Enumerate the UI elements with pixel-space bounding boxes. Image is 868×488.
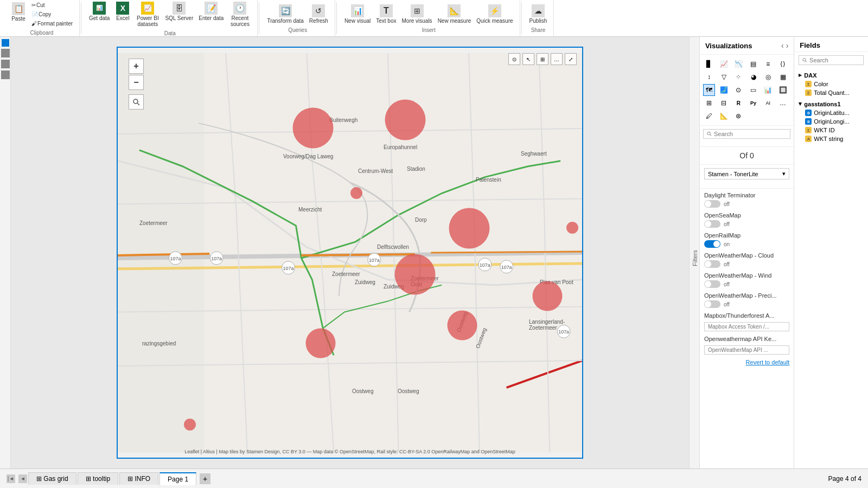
- owm-preci-toggle[interactable]: [704, 300, 720, 308]
- map-marker-3[interactable]: [350, 187, 362, 199]
- recent-sources-button[interactable]: 🕐 Recent sources: [227, 1, 253, 28]
- mapbox-api-input[interactable]: [704, 322, 789, 331]
- viz-area-chart[interactable]: 📉: [732, 58, 744, 70]
- text-box-button[interactable]: T Text box: [374, 3, 398, 25]
- tab-gas-grid[interactable]: ⊞ Gas grid: [28, 472, 76, 485]
- map-cursor-button[interactable]: ↖: [522, 53, 534, 65]
- viz-python[interactable]: Py: [748, 97, 760, 109]
- map-marker-1[interactable]: [293, 108, 334, 149]
- sidebar-pages-icon[interactable]: [2, 39, 9, 47]
- viz-forward-button[interactable]: ›: [786, 41, 789, 50]
- map-focus-button[interactable]: ⊙: [508, 53, 520, 65]
- owm-api-input[interactable]: [704, 345, 789, 355]
- tab-tooltip[interactable]: ⊞ tooltip: [78, 472, 118, 485]
- zoom-in-button[interactable]: +: [129, 59, 144, 74]
- viz-table[interactable]: ⊞: [703, 97, 715, 109]
- viz-analytics[interactable]: 📐: [718, 110, 730, 122]
- map-more-button[interactable]: …: [551, 53, 563, 65]
- add-tab-button[interactable]: +: [200, 473, 210, 484]
- field-item-wkt-id[interactable]: Σ WKT ID: [796, 126, 866, 134]
- viz-card[interactable]: ▭: [748, 84, 760, 96]
- copy-button[interactable]: 📄 Copy: [29, 10, 75, 18]
- map-expand-button[interactable]: ⤢: [565, 53, 577, 65]
- filters-label[interactable]: Filters: [691, 246, 699, 271]
- viz-donut[interactable]: ◎: [762, 71, 774, 83]
- viz-scatter[interactable]: ⁘: [732, 71, 744, 83]
- fields-search-box[interactable]: [799, 55, 864, 65]
- page-prev-first-button[interactable]: |◄: [7, 474, 15, 483]
- field-item-originlongi[interactable]: ⊕ OriginLongi...: [796, 117, 866, 126]
- map-marker-5[interactable]: [566, 222, 578, 234]
- viz-100pct-bar[interactable]: ≡: [762, 58, 774, 70]
- field-item-originlatitu[interactable]: ⊕ OriginLatitu...: [796, 108, 866, 117]
- tab-page1[interactable]: Page 1: [159, 472, 196, 485]
- viz-treemap[interactable]: ▦: [777, 71, 789, 83]
- opensea-toggle[interactable]: [704, 220, 720, 228]
- viz-waterfall[interactable]: ↕: [703, 71, 715, 83]
- map-filter-button[interactable]: ⊞: [537, 53, 548, 65]
- viz-more[interactable]: …: [777, 97, 789, 109]
- viz-back-button[interactable]: ‹: [781, 41, 784, 50]
- tab-info[interactable]: ⊞ INFO: [119, 472, 158, 485]
- viz-pie[interactable]: ◕: [748, 71, 760, 83]
- viz-r-visual[interactable]: R: [732, 97, 744, 109]
- sidebar-selection-icon[interactable]: [1, 60, 10, 68]
- map-marker-10[interactable]: [184, 419, 196, 431]
- format-painter-button[interactable]: 🖌 Format painter: [29, 20, 75, 28]
- search-input[interactable]: [714, 131, 787, 137]
- field-group-gasstations-header[interactable]: ▾ gasstations1: [796, 99, 866, 108]
- viz-filled-map[interactable]: 🗾: [718, 84, 730, 96]
- map-search-button[interactable]: [129, 94, 144, 110]
- sidebar-bookmarks-icon[interactable]: [1, 49, 10, 57]
- enter-data-button[interactable]: 📝 Enter data: [196, 1, 226, 28]
- map-marker-2[interactable]: [385, 100, 426, 140]
- layers-search-box[interactable]: [703, 129, 790, 139]
- quick-measure-button[interactable]: ⚡ Quick measure: [474, 3, 515, 25]
- publish-button[interactable]: ☁ Publish: [527, 3, 550, 25]
- map-style-dropdown[interactable]: Stamen - TonerLite ▾: [704, 168, 789, 179]
- viz-ribbon[interactable]: ⟨⟩: [777, 58, 789, 70]
- more-visuals-button[interactable]: ⊞ More visuals: [399, 3, 434, 25]
- viz-line-chart[interactable]: 📈: [718, 58, 730, 70]
- new-measure-button[interactable]: 📐 New measure: [436, 3, 474, 25]
- transform-data-button[interactable]: 🔄 Transform data: [265, 3, 305, 25]
- map-marker-6[interactable]: [395, 254, 436, 295]
- refresh-button[interactable]: ↺ Refresh: [307, 3, 330, 25]
- viz-data-icon[interactable]: ⊛: [732, 110, 744, 122]
- viz-format[interactable]: 🖊: [703, 110, 715, 122]
- viz-stacked-bar[interactable]: ▤: [748, 58, 760, 70]
- viz-gauge[interactable]: ⊙: [732, 84, 744, 96]
- field-item-total-quant[interactable]: Σ Total Quant...: [796, 88, 866, 97]
- viz-funnel[interactable]: ▽: [718, 71, 730, 83]
- owm-cloud-toggle[interactable]: [704, 260, 720, 268]
- get-data-button[interactable]: 📊 Get data: [87, 1, 112, 28]
- map-marker-7[interactable]: [306, 329, 336, 358]
- sql-server-button[interactable]: 🗄 SQL Server: [163, 1, 195, 28]
- viz-ai[interactable]: AI: [762, 97, 774, 109]
- map-container[interactable]: 107a 107a 107a 107a 107a 107a 107a Buite…: [117, 47, 583, 459]
- openrail-toggle[interactable]: [704, 240, 720, 248]
- fields-search-input[interactable]: [809, 57, 860, 63]
- revert-default-button[interactable]: Revert to default: [704, 359, 789, 365]
- field-item-color[interactable]: Σ Color: [796, 80, 866, 88]
- field-item-wkt-string[interactable]: A WKT string: [796, 134, 866, 143]
- viz-matrix[interactable]: ⊟: [718, 97, 730, 109]
- powerbi-datasets-button[interactable]: 📈 Power BI datasets: [133, 1, 162, 28]
- viz-map[interactable]: 🗺: [703, 84, 715, 96]
- viz-kpi[interactable]: 📊: [762, 84, 774, 96]
- map-marker-4[interactable]: [449, 208, 490, 249]
- viz-slicer[interactable]: 🔲: [777, 84, 789, 96]
- paste-button[interactable]: 📋 Paste: [9, 1, 28, 28]
- owm-wind-toggle[interactable]: [704, 280, 720, 288]
- new-visual-button[interactable]: 📊 New visual: [342, 3, 373, 25]
- excel-button[interactable]: X Excel: [113, 1, 132, 28]
- map-marker-8[interactable]: [448, 311, 477, 341]
- field-group-dax-header[interactable]: ▸ DAX: [796, 70, 866, 80]
- zoom-out-button[interactable]: −: [129, 75, 144, 90]
- daylight-toggle[interactable]: [704, 200, 720, 208]
- cut-button[interactable]: ✂ Cut: [29, 1, 75, 9]
- viz-bar-chart[interactable]: ▊: [703, 58, 715, 70]
- sidebar-filters-icon[interactable]: [1, 70, 10, 79]
- map-marker-9[interactable]: [533, 281, 563, 311]
- page-prev-button[interactable]: ◄: [18, 474, 27, 483]
